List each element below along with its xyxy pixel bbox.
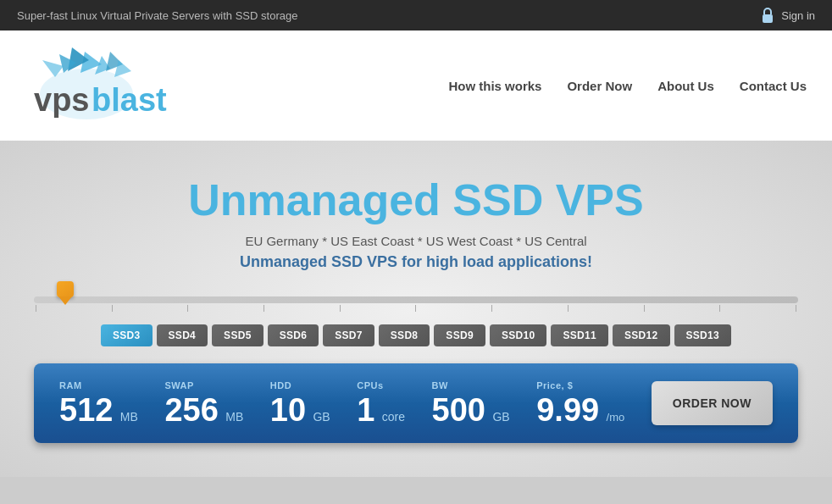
spec-swap: SWAP 256 MB — [164, 380, 243, 426]
ram-value: 512 — [59, 392, 113, 428]
bottom-area — [0, 477, 832, 504]
nav-order-now[interactable]: Order Now — [567, 79, 632, 93]
spec-ram: RAM 512 MB — [59, 380, 138, 426]
main-nav: How this works Order Now About Us Contac… — [448, 79, 807, 93]
price-unit: /mo — [607, 411, 625, 424]
hero-subtitle1: EU Germany * US East Coast * US West Coa… — [17, 234, 815, 248]
price-label: Price, $ — [536, 380, 573, 390]
ram-label: RAM — [59, 380, 82, 390]
header: vps blast How this works Order Now About… — [0, 30, 832, 141]
svg-rect-0 — [763, 14, 773, 23]
plan-tabs: SSD3SSD4SSD5SSD6SSD7SSD8SSD9SSD10SSD11SS… — [17, 324, 815, 346]
swap-unit: MB — [225, 410, 243, 424]
hero-subtitle2: Unmanaged SSD VPS for high load applicat… — [17, 253, 815, 271]
spec-card: RAM 512 MB SWAP 256 MB HDD 10 GB CPUs 1 — [34, 363, 798, 443]
tab-ssd9[interactable]: SSD9 — [434, 324, 485, 346]
price-value: 9.99 — [536, 392, 599, 428]
cpus-label: CPUs — [357, 380, 383, 390]
plan-slider[interactable] — [17, 296, 815, 312]
spec-price: Price, $ 9.99 /mo — [536, 380, 624, 426]
hero-title-accent: SSD VPS — [452, 175, 643, 224]
hdd-unit: GB — [313, 410, 330, 424]
nav-contact-us[interactable]: Contact Us — [740, 79, 807, 93]
nav-how-this-works[interactable]: How this works — [448, 79, 541, 93]
slider-track — [34, 296, 798, 303]
hdd-value: 10 — [270, 392, 306, 428]
order-now-button[interactable]: ORDER NOW — [652, 381, 773, 425]
thumb-arrow — [58, 296, 72, 305]
lock-icon — [761, 7, 774, 24]
nav-about-us[interactable]: About Us — [657, 79, 714, 93]
tab-ssd11[interactable]: SSD11 — [551, 324, 608, 346]
tab-ssd12[interactable]: SSD12 — [613, 324, 670, 346]
cpus-value: 1 — [357, 392, 374, 428]
svg-text:blast: blast — [92, 82, 167, 118]
bw-value: 500 — [432, 392, 485, 428]
slider-ticks — [34, 305, 798, 312]
hero-title: Unmanaged SSD VPS — [17, 174, 815, 225]
spec-bw: BW 500 GB — [432, 380, 510, 426]
tagline: Super-fast Linux Virtual Private Servers… — [17, 9, 297, 22]
hero-section: Unmanaged SSD VPS EU Germany * US East C… — [0, 141, 832, 477]
swap-label: SWAP — [164, 380, 193, 390]
tab-ssd13[interactable]: SSD13 — [674, 324, 732, 346]
logo-svg: vps blast — [25, 43, 229, 128]
top-bar: Super-fast Linux Virtual Private Servers… — [0, 0, 832, 30]
ram-unit: MB — [120, 410, 138, 424]
tab-ssd5[interactable]: SSD5 — [212, 324, 263, 346]
logo: vps blast — [25, 43, 229, 128]
thumb-body — [57, 281, 74, 297]
spec-cpus: CPUs 1 core — [357, 380, 405, 426]
cpus-unit: core — [382, 410, 405, 424]
swap-value: 256 — [164, 392, 218, 428]
spec-hdd: HDD 10 GB — [270, 380, 330, 426]
tab-ssd4[interactable]: SSD4 — [157, 324, 208, 346]
tab-ssd3[interactable]: SSD3 — [101, 324, 153, 346]
tab-ssd10[interactable]: SSD10 — [490, 324, 547, 346]
slider-thumb[interactable] — [55, 281, 75, 305]
tab-ssd6[interactable]: SSD6 — [268, 324, 319, 346]
svg-text:vps: vps — [34, 82, 89, 118]
bw-unit: GB — [492, 410, 509, 424]
signin-label: Sign in — [781, 9, 815, 22]
bw-label: BW — [432, 380, 448, 390]
tab-ssd8[interactable]: SSD8 — [379, 324, 430, 346]
tab-ssd7[interactable]: SSD7 — [323, 324, 374, 346]
hdd-label: HDD — [270, 380, 291, 390]
hero-title-plain: Unmanaged — [188, 175, 452, 224]
signin-button[interactable]: Sign in — [761, 7, 815, 24]
